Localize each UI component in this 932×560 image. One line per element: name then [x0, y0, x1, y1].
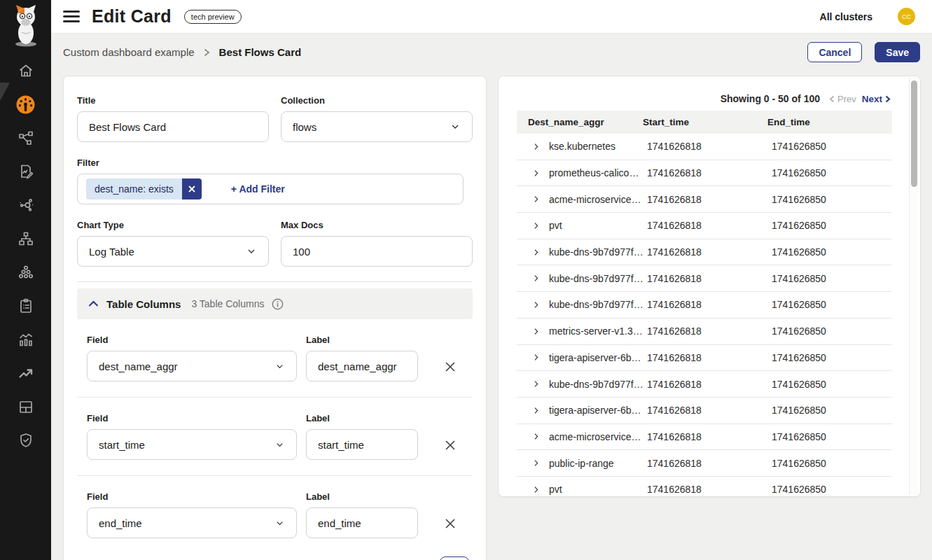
expand-chevron-right-icon[interactable]: [531, 142, 541, 151]
dest-name-cell: pvt: [517, 220, 643, 231]
remove-filter-button[interactable]: [182, 178, 202, 200]
label-group: Label: [306, 491, 418, 538]
add-filter-button[interactable]: + Add Filter: [231, 183, 285, 195]
remove-column-button[interactable]: [444, 517, 457, 530]
expand-chevron-right-icon[interactable]: [531, 485, 541, 494]
title-input[interactable]: [77, 111, 269, 142]
table-row[interactable]: kube-dns-9b7d977f… 1741626818 1741626850: [517, 265, 892, 292]
start-time-cell: 1741626818: [643, 167, 767, 178]
sidebar-item-network-hierarchy[interactable]: [0, 222, 51, 255]
dest-name-value: kube-dns-9b7d977f…: [549, 273, 643, 284]
table-columns-section-toggle[interactable]: Table Columns 3 Table Columns: [77, 288, 473, 319]
sidebar-item-security[interactable]: [0, 424, 51, 457]
table-row[interactable]: kube-dns-9b7d977f… 1741626818 1741626850: [517, 239, 892, 266]
cancel-button[interactable]: Cancel: [807, 42, 862, 62]
expand-chevron-right-icon[interactable]: [531, 300, 541, 309]
start-time-cell: 1741626818: [643, 220, 767, 231]
end-time-cell: 1741626850: [767, 405, 892, 416]
table-scrollbar-track[interactable]: [909, 78, 918, 495]
expand-chevron-right-icon[interactable]: [531, 353, 541, 362]
expand-chevron-right-icon[interactable]: [531, 379, 541, 388]
field-select[interactable]: start_time: [87, 429, 297, 460]
table-row[interactable]: kse.kubernetes 1741626818 1741626850: [517, 134, 892, 160]
filter-group: Filter dest_name: exists + Add Filter: [77, 158, 473, 204]
chart-type-select[interactable]: Log Table: [77, 236, 269, 267]
expand-chevron-right-icon[interactable]: [531, 169, 541, 178]
table-row[interactable]: acme-microservice… 1741626818 1741626850: [517, 424, 892, 451]
field-group: Field end_time: [87, 491, 297, 538]
expand-chevron-right-icon[interactable]: [531, 221, 541, 230]
card-editor-panel: Title Collection flows Filter dest_name:…: [63, 76, 487, 560]
sidebar-item-statistics[interactable]: [0, 323, 51, 356]
sidebar-item-logs[interactable]: [0, 155, 51, 188]
expand-chevron-right-icon[interactable]: [531, 406, 541, 415]
chart-type-group: Chart Type Log Table: [77, 220, 269, 267]
expand-chevron-right-icon[interactable]: [531, 195, 541, 204]
title-field-group: Title: [77, 95, 269, 142]
expand-chevron-right-icon[interactable]: [531, 274, 541, 283]
table-row[interactable]: pvt 1741626818 1741626850: [517, 477, 892, 497]
user-avatar[interactable]: CC: [898, 8, 915, 25]
close-icon: [444, 439, 457, 451]
collection-select[interactable]: flows: [281, 111, 473, 142]
table-row[interactable]: prometheus-calico… 1741626818 1741626850: [517, 160, 892, 187]
info-icon[interactable]: [272, 298, 284, 310]
remove-column-button[interactable]: [444, 360, 457, 373]
table-row[interactable]: tigera-apiserver-6b… 1741626818 17416268…: [517, 345, 892, 372]
sidebar-item-workloads[interactable]: [0, 390, 51, 424]
expand-chevron-right-icon[interactable]: [531, 458, 541, 468]
header-actions: Cancel Save: [807, 42, 920, 62]
next-page-button[interactable]: Next: [862, 94, 891, 104]
sidebar-item-home[interactable]: [0, 54, 51, 88]
expand-chevron-right-icon[interactable]: [531, 327, 541, 336]
sidebar-item-dashboards[interactable]: [0, 88, 51, 121]
table-row[interactable]: pvt 1741626818 1741626850: [517, 213, 892, 239]
add-column-row: +: [77, 554, 473, 560]
remove-column-button[interactable]: [444, 439, 457, 451]
end-time-cell: 1741626850: [767, 299, 892, 310]
dest-name-cell: acme-microservice…: [517, 431, 643, 442]
table-column-row: Field end_time Label: [77, 475, 473, 554]
tech-preview-badge: tech preview: [184, 10, 242, 24]
hamburger-menu-icon[interactable]: [63, 10, 80, 22]
table-column-row: Field start_time Label: [77, 397, 473, 475]
cluster-selector[interactable]: All clusters: [820, 11, 872, 22]
end-time-cell: 1741626850: [767, 246, 892, 258]
sidebar-item-compliance[interactable]: [0, 289, 51, 323]
sidebar-item-connections[interactable]: [0, 188, 51, 222]
dest-name-cell: acme-microservice…: [517, 194, 643, 205]
chevron-down-icon: [246, 246, 257, 257]
trending-up-icon: [18, 365, 34, 382]
table-row[interactable]: tigera-apiserver-6b… 1741626818 17416268…: [517, 398, 892, 424]
table-row[interactable]: metrics-server-v1.3… 1741626818 17416268…: [517, 318, 892, 345]
max-docs-label: Max Docs: [281, 220, 473, 230]
table-scrollbar-thumb[interactable]: [911, 80, 917, 187]
dest-name-cell: pvt: [517, 484, 643, 495]
sidebar-item-trends[interactable]: [0, 356, 51, 390]
sidebar-item-service-graph[interactable]: [0, 121, 51, 155]
dest-name-cell: kube-dns-9b7d977f…: [517, 299, 643, 310]
field-select[interactable]: dest_name_aggr: [87, 351, 297, 382]
label-input[interactable]: [306, 429, 418, 460]
table-row[interactable]: acme-microservice… 1741626818 1741626850: [517, 186, 892, 213]
shield-check-icon: [18, 432, 34, 449]
max-docs-input[interactable]: [281, 236, 473, 267]
start-time-cell: 1741626818: [643, 299, 767, 310]
save-button[interactable]: Save: [875, 42, 920, 62]
label-input[interactable]: [306, 507, 418, 538]
label-input[interactable]: [306, 351, 418, 382]
table-row[interactable]: public-ip-range 1741626818 1741626850: [517, 450, 892, 477]
table-row[interactable]: kube-dns-9b7d977f… 1741626818 1741626850: [517, 371, 892, 398]
dest-name-value: pvt: [549, 484, 562, 495]
sidebar-item-clusters[interactable]: [0, 255, 51, 289]
calico-cat-logo[interactable]: [0, 4, 51, 48]
prev-page-button[interactable]: Prev: [829, 94, 856, 104]
expand-chevron-right-icon[interactable]: [531, 432, 541, 441]
field-select[interactable]: end_time: [87, 507, 297, 538]
dest-name-value: metrics-server-v1.3…: [549, 326, 643, 337]
breadcrumb-parent[interactable]: Custom dashboard example: [63, 46, 195, 58]
expand-chevron-right-icon[interactable]: [531, 248, 541, 257]
add-column-button[interactable]: +: [440, 556, 469, 560]
table-row[interactable]: kube-dns-9b7d977f… 1741626818 1741626850: [517, 292, 892, 318]
start-time-cell: 1741626818: [643, 458, 767, 469]
